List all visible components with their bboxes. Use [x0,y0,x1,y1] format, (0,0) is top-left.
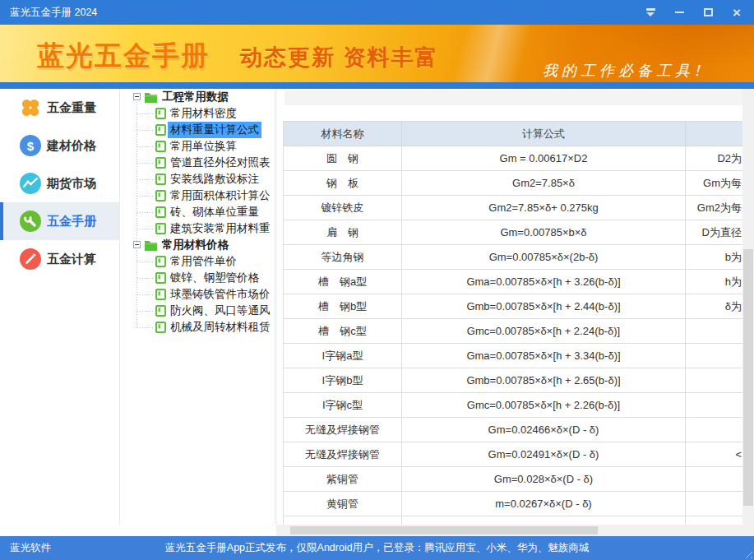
app-banner: 蓝光五金手册 动态更新 资料丰富 我的工作必备工具! [0,25,754,82]
table-row[interactable]: 钢 板 Gm2=7.85×δ Gm为每 [284,171,742,196]
document-icon [155,174,166,185]
table-row[interactable]: 等边角钢 Gm=0.00785×δ×(2b-δ) b为 [284,245,742,270]
cell-material: 无缝及焊接钢管 [284,418,402,442]
dollar-icon: $ [20,135,41,156]
tree-node-doc[interactable]: 镀锌、钢塑管价格 [121,270,275,286]
table-row[interactable]: 槽 钢a型 Gma=0.00785×δ×[h + 3.26(b-δ)] h为 [284,270,742,294]
maximize-button[interactable] [699,3,717,21]
cell-remark: Gm为每 [686,171,742,196]
tree-node-doc[interactable]: 球墨铸铁管件市场价 [121,286,275,303]
status-brand: 蓝光软件 [10,536,51,560]
table-row[interactable]: 紫铜管 Gm=0.028×δ×(D - δ) [284,467,742,492]
cell-formula: Gmc=0.00785×δ×[h + 2.26(b-δ)] [402,393,686,418]
tree-node-doc[interactable]: 砖、砌体单位重量 [121,204,275,220]
table-row[interactable]: I字钢a型 Gma=0.00785×δ×[h + 3.34(b-δ)] [284,344,742,368]
cell-remark: h为 [686,270,742,294]
table-row[interactable]: I字钢c型 Gmc=0.00785×δ×[h + 2.26(b-δ)] [284,393,742,418]
table-row[interactable]: 圆 钢 Gm = 0.00617×D2 D2为 [284,146,742,171]
cell-formula: Gm=0.02466×δ×(D - δ) [402,418,686,442]
tree-node-label: 砖、砌体单位重量 [170,204,259,220]
cell-remark: < [686,442,742,467]
tree-node-doc[interactable]: 常用单位换算 [121,138,275,155]
cell-formula: Gm2=7.85×δ+ 0.275kg [402,196,686,220]
tree-node-doc-selected[interactable]: 材料重量计算公式 [121,122,275,138]
tree-node-doc[interactable]: 管道直径外径对照表 [121,155,275,171]
formula-table: 材料名称 计算公式 圆 钢 Gm = 0.00617×D2 D2为 钢 板 Gm… [283,121,742,525]
tree-node-label: 安装线路敷设标注 [170,171,259,187]
chart-icon [20,173,41,194]
tree-node-label: 镀锌、钢塑管价格 [170,270,259,286]
cell-material: 扁 钢 [284,220,402,245]
cell-remark: D2为 [686,146,742,171]
tree-node-label: 材料重量计算公式 [168,122,261,138]
table-row[interactable]: 扁 钢 Gm=0.00785×b×δ D为直径 [284,220,742,245]
cell-remark [686,418,742,442]
collapse-icon[interactable] [133,93,141,100]
cell-material: 镀锌铁皮 [284,196,402,220]
cell-material: I字钢b型 [284,368,402,393]
cell-formula: Gm=0.02491×δ×(D - δ) [402,442,686,467]
status-message: 蓝光五金手册App正式发布，仅限Android用户，已登录：腾讯应用宝、小米、华… [0,536,754,560]
close-button[interactable]: × [728,3,746,21]
vertical-scrollbar-thumb[interactable] [743,249,753,506]
content-area: 材料名称 计算公式 圆 钢 Gm = 0.00617×D2 D2为 钢 板 Gm… [276,89,742,525]
horizontal-scrollbar[interactable] [276,525,754,536]
table-row[interactable]: 无缝及焊接钢管 Gm=0.02491×δ×(D - δ) < [284,442,742,467]
sidebar-item-hardware-manual[interactable]: 五金手册 [0,202,119,240]
sidebar-item-label: 建材价格 [47,127,96,164]
tree-node-doc[interactable]: 机械及周转材料租赁 [121,319,275,336]
minimize-button[interactable] [670,3,688,21]
clover-icon [20,97,41,118]
document-icon [155,272,166,284]
table-row[interactable]: 镀锌铁皮 Gm2=7.85×δ+ 0.275kg Gm2为每 [284,196,742,220]
sidebar-item-hardware-weight[interactable]: 五金重量 [0,89,119,127]
sidebar-item-material-price[interactable]: $ 建材价格 [0,127,119,164]
document-icon [155,289,166,300]
tree-node-doc[interactable]: 安装线路敷设标注 [121,171,275,187]
table-row[interactable]: 槽 钢b型 Gmb=0.00785×δ×[h + 2.44(b-δ)] δ为 [284,294,742,319]
column-header-remark [686,122,742,146]
cell-formula: Gmb=0.00785×δ×[h + 2.65(b-δ)] [402,368,686,393]
close-icon: × [733,6,741,20]
banner-bottom-strip [0,82,754,89]
folder-icon [144,91,158,103]
vertical-scrollbar[interactable] [742,89,754,525]
table-row[interactable]: 黄铜管 m=0.0267×δ×(D - δ) [284,492,742,516]
cell-material: 槽 钢b型 [284,294,402,319]
horizontal-scrollbar-thumb[interactable] [290,526,598,535]
sidebar-item-futures-market[interactable]: 期货市场 [0,164,119,202]
document-icon [155,223,166,234]
tree-node-doc[interactable]: 常用材料密度 [121,105,275,122]
maximize-icon [704,8,713,16]
tree-node-doc[interactable]: 防火阀、风口等通风 [121,303,275,319]
table-row[interactable]: I字钢b型 Gmb=0.00785×δ×[h + 2.65(b-δ)] [284,368,742,393]
tree-node-label: 机械及周转材料租赁 [170,319,271,336]
tree-node-folder[interactable]: 常用材料价格 [121,237,275,253]
cell-formula: Gm2=7.85×δ [402,171,686,196]
content-top-strip [284,90,742,105]
sidebar-item-hardware-calc[interactable]: 五金计算 [0,240,119,278]
collapse-icon[interactable] [133,241,141,248]
wand-icon [20,248,41,270]
cell-material: 等边角钢 [284,245,402,270]
sidebar-item-label: 五金计算 [47,240,96,278]
tree-node-doc[interactable]: 建筑安装常用材料重 [121,220,275,237]
tree-node-doc[interactable]: 常用管件单价 [121,253,275,270]
table-row[interactable]: 槽 钢c型 Gmc=0.00785×δ×[h + 2.24(b-δ)] [284,319,742,344]
cell-remark [686,393,742,418]
cell-remark: Gm2为每 [686,196,742,220]
document-icon [155,141,166,152]
tree-node-folder[interactable]: 工程常用数据 [121,89,275,105]
document-icon [155,305,166,317]
title-bar: 蓝光五金手册 2024 × [0,0,754,25]
column-header-formula: 计算公式 [402,122,686,146]
skin-menu-button[interactable] [641,3,659,21]
sidebar-nav: 五金重量 $ 建材价格 期货市场 五金手册 [0,89,120,525]
cell-formula: Gm = 0.00617×D2 [402,146,686,171]
table-row[interactable]: 无缝及焊接钢管 Gm=0.02466×δ×(D - δ) [284,418,742,442]
table-header-row: 材料名称 计算公式 [284,122,742,146]
tree-node-label: 常用材料密度 [170,105,237,122]
tree-node-label: 工程常用数据 [162,89,229,105]
tree-node-doc[interactable]: 常用面积体积计算公 [121,187,275,204]
cell-remark: δ为 [686,294,742,319]
